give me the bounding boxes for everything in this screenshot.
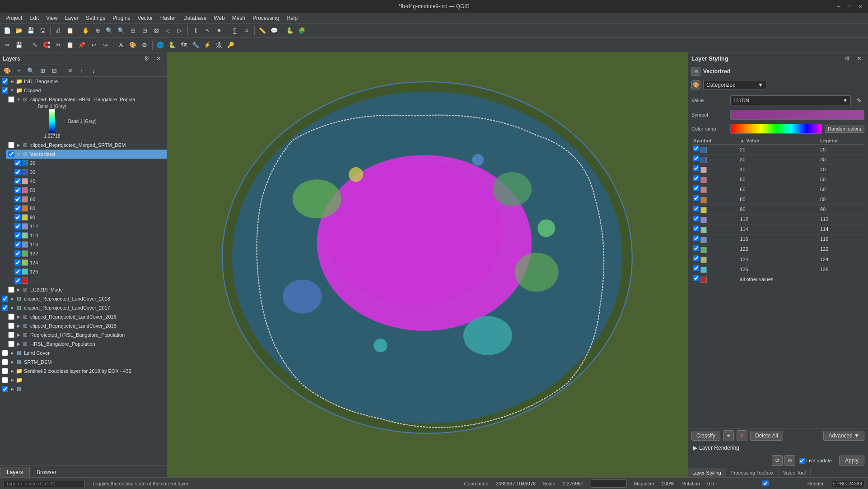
edit-mode-button[interactable]: ✏ — [2, 40, 13, 51]
select-button[interactable]: ↖ — [202, 25, 213, 36]
classification-row[interactable]: 116116 — [691, 234, 864, 244]
layer-value-112[interactable]: 112 — [13, 222, 167, 231]
stab-processing-toolbox[interactable]: Processing Toolbox — [726, 468, 779, 477]
remove-layer-button[interactable]: ✕ — [65, 66, 75, 76]
map-display[interactable] — [167, 52, 687, 477]
layer-hrsl-raster[interactable]: ▼ ⊠ clipped_Reprojected_HRSL_Bangalore_P… — [6, 95, 167, 104]
open-project-button[interactable]: 📂 — [14, 25, 24, 36]
layer-lc2019nn-checkbox[interactable] — [2, 296, 8, 302]
remove-class-button[interactable]: ✕ — [737, 430, 747, 441]
snapping-button[interactable]: 🧲 — [41, 40, 52, 51]
color-ramp-swatch[interactable] — [730, 124, 822, 134]
zoom-next-button[interactable]: ▷ — [174, 25, 185, 36]
layer-srtm-dem[interactable]: ▶ 📁 — [0, 376, 167, 385]
col-value[interactable]: ▲ Value — [738, 137, 818, 145]
classification-row[interactable]: all other values — [691, 274, 864, 284]
layer-value-40[interactable]: 40 — [13, 177, 167, 186]
classification-row[interactable]: 112112 — [691, 214, 864, 224]
layer-clipped-checkbox[interactable] — [2, 87, 8, 94]
styling-close-button[interactable]: ✕ — [854, 53, 864, 64]
classification-row[interactable]: 2020 — [691, 145, 864, 155]
layer-lc2019-expand[interactable]: ▶ — [15, 287, 22, 293]
layers-settings-button[interactable]: ⚙ — [141, 53, 152, 64]
save-as-button[interactable]: 🖫 — [37, 25, 48, 36]
toggle-editing-button[interactable]: ✎ — [29, 40, 40, 51]
layer-lc2015-checkbox[interactable] — [8, 341, 14, 347]
expand-all-button[interactable]: ⊞ — [37, 66, 48, 76]
layer-value-20[interactable]: 20 — [13, 159, 167, 168]
value-60-checkbox[interactable] — [14, 196, 21, 202]
layer-lc2019-nn[interactable]: ▶ ⊞ clipped_Reprojected_LandCover_2018 — [0, 294, 167, 303]
maximize-button[interactable]: □ — [845, 2, 854, 10]
value-50-checkbox[interactable] — [14, 187, 21, 193]
layer-value-60[interactable]: 60 — [13, 195, 167, 204]
layer-lc2018-checkbox[interactable] — [8, 314, 14, 320]
save-project-button[interactable]: 💾 — [25, 25, 36, 36]
tab-layers[interactable]: Layers — [0, 467, 30, 477]
live-update-checkbox[interactable] — [799, 458, 805, 464]
layer-value-116[interactable]: 116 — [13, 240, 167, 249]
layer-lc2018-expand[interactable]: ▶ — [15, 314, 22, 320]
layer-reproj-hrsl-checkbox[interactable] — [2, 350, 8, 356]
layer-ind-bangalore[interactable]: ▶ 📁 IND_Bangalore — [0, 77, 167, 86]
zoom-full-button[interactable]: ⊞ — [127, 25, 138, 36]
styling-settings-button[interactable]: ⚙ — [842, 53, 853, 64]
value-124-checkbox[interactable] — [14, 259, 21, 266]
value-90-checkbox[interactable] — [14, 214, 21, 221]
cut-button[interactable]: ✂ — [53, 40, 64, 51]
zoom-selection-button[interactable]: ⊠ — [151, 25, 162, 36]
menu-database[interactable]: Database — [180, 14, 210, 22]
classification-row[interactable]: 3030 — [691, 155, 864, 165]
value-114-checkbox[interactable] — [14, 232, 21, 239]
menu-view[interactable]: View — [42, 14, 61, 22]
renderer-dropdown[interactable]: Categorized ▼ — [703, 80, 766, 90]
layer-lc2016-expand[interactable]: ▶ — [15, 332, 22, 338]
paste-button[interactable]: 📌 — [76, 40, 87, 51]
value-126-checkbox[interactable] — [14, 268, 21, 275]
layer-sentinel2[interactable]: ▶ ⊠ — [0, 385, 167, 394]
menu-plugins[interactable]: Plugins — [109, 14, 134, 22]
layer-lc2019-checkbox[interactable] — [8, 287, 14, 293]
refresh-cancel-button[interactable]: ⊘ — [784, 455, 795, 466]
menu-web[interactable]: Web — [210, 14, 228, 22]
layer-lc2019[interactable]: ▶ ⊠ LC2019_Mode — [6, 285, 167, 294]
render-checkbox[interactable] — [725, 480, 806, 486]
map-canvas-area[interactable] — [167, 52, 687, 477]
print-layout-button[interactable]: 🖨 — [53, 25, 64, 36]
calculator-button[interactable]: ⌗ — [241, 25, 252, 36]
layer-vectorized[interactable]: ▼ ⊞ Vectorized — [6, 150, 167, 159]
value-116-checkbox[interactable] — [14, 241, 21, 248]
layer-clipped-group[interactable]: ▼ 📁 Clipped — [0, 86, 167, 95]
layer-lc2016[interactable]: ▶ ⊠ Reprojected_HRSL_Bangalore_Populatio… — [6, 330, 167, 339]
layer-reproj-hrsl-expand[interactable]: ▶ — [9, 350, 15, 356]
layer-reprojected-hrsl[interactable]: ▶ ⊠ Land Cover — [0, 348, 167, 357]
color-button[interactable]: 🎨 — [127, 40, 138, 51]
classification-row[interactable]: 122122 — [691, 244, 864, 254]
layer-ind-bangalore-expand[interactable]: ▶ — [9, 78, 15, 85]
value-80-checkbox[interactable] — [14, 205, 21, 212]
layer-value-30[interactable]: 30 — [13, 168, 167, 177]
layer-value-other[interactable] — [13, 276, 167, 285]
extra-btn[interactable]: 🔑 — [225, 40, 236, 51]
new-project-button[interactable]: 📄 — [2, 25, 13, 36]
layer-hrsl-pop[interactable]: ▶ ⊠ SRTM_DEM — [0, 357, 167, 367]
layer-lc2019mode-expand[interactable]: ▶ — [9, 305, 15, 311]
layer-value-80[interactable]: 80 — [13, 204, 167, 213]
value-other-checkbox[interactable] — [14, 277, 21, 284]
attribute-table-button[interactable]: ≡ — [214, 25, 224, 36]
filter-layer-button[interactable]: 🔍 — [25, 66, 36, 76]
python2-button[interactable]: 🐍 — [167, 40, 177, 51]
layer-lc2019-mode[interactable]: ▶ ⊞ clipped_Reprojected_LandCover_2017 — [0, 303, 167, 312]
measure-button[interactable]: 📏 — [257, 25, 268, 36]
classification-row[interactable]: 124124 — [691, 254, 864, 264]
layer-hrsl-pop-checkbox[interactable] — [2, 359, 8, 365]
layer-vectorized-expand[interactable]: ▼ — [15, 151, 22, 157]
collapse-all-button[interactable]: ⊟ — [49, 66, 60, 76]
layer-lc2017-expand[interactable]: ▶ — [15, 323, 22, 329]
layer-lc2019nn-expand[interactable]: ▶ — [9, 296, 15, 302]
menu-layer[interactable]: Layer — [61, 14, 82, 22]
classification-row[interactable]: 9090 — [691, 204, 864, 214]
classification-row[interactable]: 8080 — [691, 194, 864, 204]
value-40-checkbox[interactable] — [14, 178, 21, 184]
layer-rendering-header[interactable]: ▶ Layer Rendering — [688, 443, 868, 453]
